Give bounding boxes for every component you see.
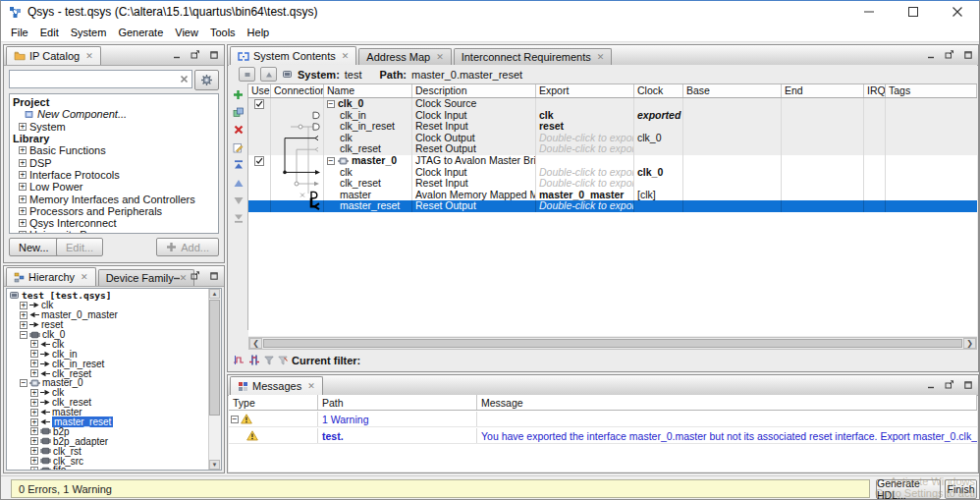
expand-toggle-icon[interactable]: + (30, 369, 38, 377)
panel-maximize-button[interactable] (961, 379, 974, 390)
irq-cell[interactable] (864, 155, 886, 167)
clock-cell[interactable] (634, 121, 683, 133)
column-header-connections[interactable]: Connections (271, 84, 324, 97)
connections-cell[interactable] (271, 110, 324, 122)
expand-toggle-icon[interactable]: + (20, 321, 27, 329)
end-cell[interactable] (782, 167, 864, 179)
end-cell[interactable] (782, 98, 864, 110)
system-contents-row-master-0[interactable]: −master_0JTAG to Avalon Master Bridge (248, 155, 977, 167)
hierarchy-item-clk-src[interactable]: +clk_src (7, 456, 221, 466)
connections-cell[interactable] (271, 143, 324, 155)
tab-close-icon[interactable]: ✕ (81, 273, 88, 282)
hierarchy-item-reset[interactable]: +reset (7, 320, 221, 330)
base-cell[interactable] (683, 121, 782, 133)
tab-ip-catalog[interactable]: IP Catalog ✕ (6, 46, 101, 65)
panel-detach-button[interactable] (189, 49, 201, 60)
hierarchy-item-clk-in-reset[interactable]: +clk_in_reset (7, 359, 221, 368)
column-header-end[interactable]: End (782, 84, 864, 97)
hierarchy-item-fifo[interactable]: +fifo (7, 466, 221, 471)
connections-cell[interactable] (271, 178, 324, 190)
menu-item-system[interactable]: System (65, 25, 113, 40)
ip-tree-item-dsp[interactable]: +DSP (11, 156, 218, 168)
name-cell[interactable]: clk_in (324, 110, 412, 122)
irq-cell[interactable] (864, 200, 886, 212)
base-cell[interactable] (683, 178, 782, 190)
path-cell[interactable]: test. (318, 428, 477, 443)
expand-toggle-icon[interactable]: + (30, 409, 38, 417)
finish-button[interactable]: Finish (945, 479, 977, 499)
clock-cell[interactable]: clk_0 (634, 167, 683, 179)
filter-icon[interactable] (264, 356, 274, 365)
use-checkbox[interactable] (254, 99, 264, 109)
tab-close-icon[interactable]: ✕ (85, 52, 93, 61)
nav-up-button[interactable] (260, 67, 277, 82)
tab-interconnect-requirements[interactable]: Interconnect Requirements✕ (454, 48, 613, 65)
clock-cell[interactable] (634, 155, 683, 167)
ip-tree-item-library[interactable]: Library (11, 133, 218, 144)
ip-tree-item-processors-and-peripherals[interactable]: +Processors and Peripherals (11, 205, 218, 217)
scrollbar-thumb[interactable] (263, 339, 962, 348)
hierarchy-item-clk-0[interactable]: −clk_0 (7, 330, 221, 340)
hierarchy-item-master-0[interactable]: −master_0 (7, 378, 221, 388)
panel-detach-button[interactable] (943, 379, 955, 390)
base-cell[interactable] (683, 98, 782, 110)
window-minimize-button[interactable] (846, 1, 891, 23)
panel-minimize-button[interactable] (170, 49, 183, 60)
expand-toggle-icon[interactable]: − (20, 379, 27, 387)
column-header-description[interactable]: Description (412, 84, 536, 97)
export-cell[interactable]: Double-click to export (536, 178, 634, 190)
connections-cell[interactable] (271, 121, 324, 133)
expand-toggle-icon[interactable]: + (20, 311, 27, 319)
tab-close-icon[interactable]: ✕ (342, 52, 350, 61)
expand-toggle-icon[interactable]: + (30, 427, 38, 435)
move-top-button[interactable] (232, 159, 245, 171)
expand-toggle-icon[interactable]: + (19, 171, 27, 179)
menu-item-file[interactable]: File (5, 25, 34, 40)
panel-detach-button[interactable] (189, 270, 201, 281)
ip-tree-item-memory-interfaces-and-controllers[interactable]: +Memory Interfaces and Controllers (11, 193, 218, 204)
column-header-name[interactable]: Name (324, 84, 412, 97)
hierarchy-item-test-test-qsys[interactable]: test [test.qsys] (7, 291, 221, 301)
connections-cell[interactable] (271, 155, 324, 167)
menu-item-view[interactable]: View (169, 25, 204, 40)
name-cell[interactable]: clk (324, 133, 412, 144)
clear-search-icon[interactable] (180, 75, 189, 83)
use-checkbox[interactable] (254, 156, 264, 166)
add-component-button[interactable]: Add... (156, 238, 219, 256)
path-cell[interactable]: 1 Warning (318, 412, 477, 426)
column-header-clock[interactable]: Clock (634, 84, 683, 97)
expand-toggle-icon[interactable]: − (231, 416, 239, 423)
show-signals-icon[interactable] (233, 355, 245, 365)
name-cell[interactable]: clk_in_reset (324, 121, 412, 133)
edit-component-button[interactable]: Edit... (56, 238, 103, 256)
scroll-right-icon[interactable]: ❯ (963, 338, 976, 349)
tab-address-map[interactable]: Address Map✕ (358, 48, 451, 65)
export-cell[interactable]: master_0_master (536, 190, 634, 201)
name-cell[interactable]: master_reset (324, 200, 412, 212)
expand-toggle-icon[interactable]: + (30, 399, 38, 407)
column-header-type[interactable]: Type (229, 395, 318, 410)
system-contents-row-clk[interactable]: clkClock InputDouble-click to exportclk_… (248, 167, 977, 179)
remove-button[interactable] (232, 124, 245, 136)
menu-item-tools[interactable]: Tools (204, 25, 242, 40)
export-cell[interactable] (536, 98, 634, 110)
name-cell[interactable]: −master_0 (324, 155, 412, 167)
end-cell[interactable] (782, 143, 864, 155)
expand-toggle-icon[interactable]: + (30, 340, 38, 348)
export-cell[interactable]: clk (536, 110, 634, 122)
settings-gear-button[interactable] (194, 70, 219, 90)
panel-minimize-button[interactable] (170, 270, 183, 281)
clock-cell[interactable] (634, 98, 683, 110)
irq-cell[interactable] (864, 190, 886, 201)
clock-cell[interactable]: [clk] (634, 190, 683, 201)
base-cell[interactable] (683, 167, 782, 179)
menu-item-edit[interactable]: Edit (34, 25, 65, 40)
show-interfaces-icon[interactable] (248, 355, 260, 365)
generate-hdl-button[interactable]: Generate HDL... (876, 479, 941, 499)
panel-maximize-button[interactable] (207, 270, 220, 281)
hierarchy-item-clk-rst[interactable]: +clk_rst (7, 446, 221, 456)
tab-messages[interactable]: Messages ✕ (230, 376, 323, 395)
ip-tree-item-low-power[interactable]: +Low Power (11, 181, 218, 193)
export-cell[interactable]: reset (536, 121, 634, 133)
end-cell[interactable] (782, 178, 864, 190)
